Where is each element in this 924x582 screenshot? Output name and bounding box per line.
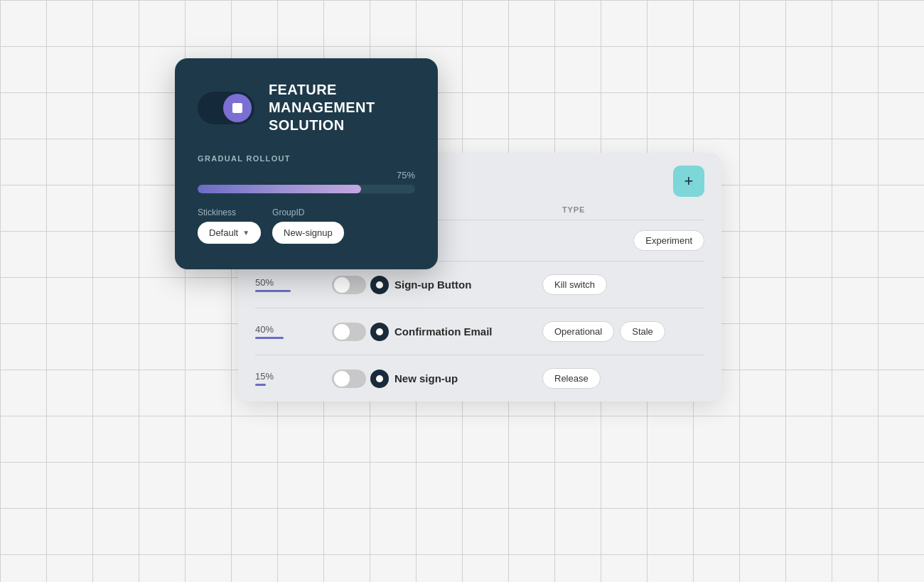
stickiness-group: Stickiness Default ▼ xyxy=(198,208,261,244)
card-header: FEATURE MANAGEMENT SOLUTION xyxy=(198,81,415,134)
badges-group: Kill switch xyxy=(542,274,720,295)
stickiness-dropdown[interactable]: Default ▼ xyxy=(198,222,261,244)
type-badge[interactable]: Operational xyxy=(542,321,614,342)
badges-group: Release xyxy=(542,368,720,389)
toggle-thumb xyxy=(334,277,350,293)
toggle-dot-inner xyxy=(376,375,383,382)
row-percent: 40% xyxy=(255,324,326,335)
stale-badge[interactable]: Stale xyxy=(620,321,665,342)
stickiness-label: Stickiness xyxy=(198,208,261,217)
type-badge[interactable]: Release xyxy=(542,368,601,389)
toggle-thumb xyxy=(223,94,252,122)
toggle-thumb xyxy=(334,324,350,340)
feature-name: New sign-up xyxy=(394,372,537,384)
feature-toggle[interactable] xyxy=(332,323,366,341)
percent-bar-group: 40% xyxy=(255,324,326,339)
progress-bar-fill xyxy=(198,185,361,193)
col-header-type: TYPE xyxy=(562,205,704,214)
add-feature-button[interactable]: + xyxy=(673,166,704,197)
rollout-label: GRADUAL ROLLOUT xyxy=(198,154,415,163)
toggle-icon xyxy=(232,103,242,113)
type-badge[interactable]: Kill switch xyxy=(542,274,607,295)
toggle-thumb xyxy=(334,371,350,387)
percent-bar-group: 50% xyxy=(255,277,326,292)
toggle-group xyxy=(332,323,389,341)
stickiness-value: Default xyxy=(209,227,238,238)
main-toggle[interactable] xyxy=(198,92,254,124)
stickiness-chevron: ▼ xyxy=(242,229,249,237)
toggle-dot[interactable] xyxy=(370,370,389,388)
groupid-dropdown[interactable]: New-signup xyxy=(272,222,344,244)
groupid-label: GroupID xyxy=(272,208,344,217)
mini-progress-bar xyxy=(255,384,266,386)
badges-group: Operational Stale xyxy=(542,321,720,342)
groupid-group: GroupID New-signup xyxy=(272,208,344,244)
percent-bar-group: 15% xyxy=(255,371,326,386)
table-row: 15% New sign-up Release xyxy=(238,355,721,402)
row-percent: 15% xyxy=(255,371,326,382)
feature-management-card: FEATURE MANAGEMENT SOLUTION GRADUAL ROLL… xyxy=(175,58,438,269)
row-percent: 50% xyxy=(255,277,326,288)
feature-toggle[interactable] xyxy=(332,370,366,388)
toggle-group xyxy=(332,276,389,294)
progress-bar-track xyxy=(198,185,415,193)
dropdowns-row: Stickiness Default ▼ GroupID New-signup xyxy=(198,208,415,244)
feature-toggle[interactable] xyxy=(332,276,366,294)
toggle-group xyxy=(332,370,389,388)
type-badge-experiment[interactable]: Experiment xyxy=(633,230,704,251)
table-row: 40% Confirmation Email Operational Stale xyxy=(238,308,721,355)
feature-name: Confirmation Email xyxy=(394,325,537,338)
mini-progress-bar xyxy=(255,290,291,292)
feature-title: FEATURE MANAGEMENT SOLUTION xyxy=(269,81,375,134)
toggle-dot[interactable] xyxy=(370,276,389,294)
toggle-dot-inner xyxy=(376,328,383,335)
groupid-value: New-signup xyxy=(284,227,333,238)
toggle-dot-inner xyxy=(376,281,383,289)
toggle-dot[interactable] xyxy=(370,323,389,341)
mini-progress-bar xyxy=(255,337,284,339)
rollout-percent: 75% xyxy=(198,170,415,180)
feature-name: Sign-up Button xyxy=(394,279,537,291)
